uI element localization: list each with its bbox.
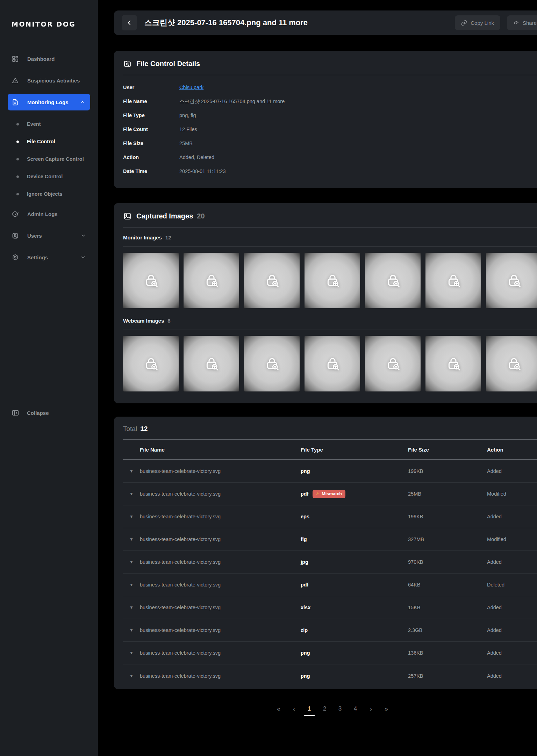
pagination-page-4[interactable]: 4 [350,705,361,716]
row-expand-caret-icon[interactable]: ▼ [123,514,140,519]
table-row[interactable]: ▼ business-team-celebrate-victory.svg xl… [123,596,537,619]
table-row[interactable]: ▼ business-team-celebrate-victory.svg ep… [123,505,537,528]
share-icon [513,20,519,26]
row-expand-caret-icon[interactable]: ▼ [123,582,140,587]
locked-image-thumbnail[interactable] [365,253,421,308]
table-row[interactable]: ▼ business-team-celebrate-victory.svg zi… [123,619,537,642]
cell-action: Added [487,514,537,519]
pagination-first-button[interactable]: « [273,705,284,716]
cell-file-name: business-team-celebrate-victory.svg [140,582,301,588]
locked-image-thumbnail[interactable] [365,336,421,391]
row-expand-caret-icon[interactable]: ▼ [123,674,140,678]
table-row[interactable]: ▼ business-team-celebrate-victory.svg fi… [123,528,537,551]
detail-field-row: File Name 스크린샷 2025-07-16 165704.png and… [123,94,537,108]
main-content: 스크린샷 2025-07-16 165704.png and 11 more C… [98,0,537,756]
sidebar-item-dashboard[interactable]: Dashboard [0,50,98,67]
column-header-file-name: File Name [140,447,301,453]
locked-image-thumbnail[interactable] [184,253,239,308]
lock-zoom-icon [385,273,401,289]
sidebar-subitem-screen-capture-control[interactable]: Screen Capture Control [0,150,98,168]
sidebar-item-monitoring-logs[interactable]: Monitoring Logs [8,94,90,110]
pagination-next-button[interactable]: › [366,705,376,716]
pagination-prev-button[interactable]: ‹ [289,705,299,716]
row-expand-caret-icon[interactable]: ▼ [123,650,140,655]
sidebar-item-admin-logs[interactable]: Admin Logs [0,206,98,222]
locked-image-thumbnail[interactable] [486,336,537,391]
cell-file-size: 199KB [408,468,487,474]
bullet-dot-icon [16,158,19,160]
back-button[interactable] [122,15,137,30]
sidebar-item-settings[interactable]: Settings [0,249,98,266]
locked-image-thumbnail[interactable] [244,253,300,308]
table-row[interactable]: ▼ business-team-celebrate-victory.svg pd… [123,483,537,505]
row-expand-caret-icon[interactable]: ▼ [123,469,140,474]
sidebar-subitem-file-control[interactable]: File Control [0,133,98,150]
pagination-last-button[interactable]: » [381,705,392,716]
warning-triangle-icon [12,77,19,84]
locked-image-thumbnail[interactable] [305,336,360,391]
thumbnail-row [123,336,537,391]
lock-zoom-icon [143,356,159,372]
sidebar-subitem-device-control[interactable]: Device Control [0,168,98,185]
copy-link-button[interactable]: Copy Link [455,15,500,30]
cell-file-name: business-team-celebrate-victory.svg [140,468,301,474]
header-actions: Copy Link Share [455,15,537,30]
chevron-down-icon[interactable] [80,254,86,260]
cell-file-size: 25MB [408,491,487,497]
cell-file-type: xlsx [301,605,408,610]
total-row: Total 12 [123,425,537,440]
locked-image-thumbnail[interactable] [123,253,179,308]
row-expand-caret-icon[interactable]: ▼ [123,491,140,496]
copy-link-label: Copy Link [471,20,494,26]
file-type-text: eps [301,514,309,519]
lock-zoom-icon [143,273,159,289]
sidebar-subitem-ignore-objects[interactable]: Ignore Objects [0,185,98,203]
cell-file-name: business-team-celebrate-victory.svg [140,605,301,610]
sidebar-subitem-label: Event [27,121,41,127]
table-row[interactable]: ▼ business-team-celebrate-victory.svg pn… [123,642,537,664]
group-label: Monitor Images [123,235,162,240]
locked-image-thumbnail[interactable] [184,336,239,391]
locked-image-thumbnail[interactable] [305,253,360,308]
bullet-dot-icon [16,123,19,125]
locked-image-thumbnail[interactable] [425,253,481,308]
row-expand-caret-icon[interactable]: ▼ [123,605,140,610]
user-link[interactable]: Chisu.park [179,85,203,90]
details-field-list: User Chisu.park File Name 스크린샷 2025-07-1… [123,80,537,178]
cell-file-name: business-team-celebrate-victory.svg [140,559,301,565]
pagination-page-1[interactable]: 1 [304,705,315,716]
share-button[interactable]: Share [507,15,537,30]
detail-field-row: User Chisu.park [123,80,537,94]
row-expand-caret-icon[interactable]: ▼ [123,537,140,542]
detail-field-label: File Type [123,113,179,118]
row-expand-caret-icon[interactable]: ▼ [123,560,140,564]
image-icon [123,212,132,221]
bullet-dot-icon [16,141,19,143]
table-row[interactable]: ▼ business-team-celebrate-victory.svg pn… [123,460,537,483]
row-expand-caret-icon[interactable]: ▼ [123,628,140,633]
page-title: 스크린샷 2025-07-16 165704.png and 11 more [144,17,448,28]
pagination-page-2[interactable]: 2 [320,705,330,716]
warning-icon: ⚠ [316,491,320,496]
pagination-page-3[interactable]: 3 [335,705,345,716]
table-row[interactable]: ▼ business-team-celebrate-victory.svg pn… [123,664,537,687]
locked-image-thumbnail[interactable] [486,253,537,308]
locked-image-thumbnail[interactable] [244,336,300,391]
sidebar-collapse-button[interactable]: Collapse [0,405,98,421]
chevron-down-icon[interactable] [80,233,86,238]
table-row[interactable]: ▼ business-team-celebrate-victory.svg pd… [123,574,537,596]
locked-image-thumbnail[interactable] [425,336,481,391]
column-header-file-type: File Type [301,447,408,453]
cell-action: Added [487,650,537,656]
table-row[interactable]: ▼ business-team-celebrate-victory.svg jp… [123,551,537,574]
cell-file-type: png [301,673,408,679]
sidebar-item-suspicious-activities[interactable]: Suspicious Activities [0,72,98,89]
pagination-pages: 1234 [304,705,361,716]
lock-zoom-icon [506,273,522,289]
thumbnail-row [123,253,537,308]
sidebar-subitem-event[interactable]: Event [0,115,98,133]
locked-image-thumbnail[interactable] [123,336,179,391]
file-type-text: pdf [301,582,309,588]
sidebar-item-users[interactable]: Users [0,227,98,244]
document-icon [12,99,19,106]
